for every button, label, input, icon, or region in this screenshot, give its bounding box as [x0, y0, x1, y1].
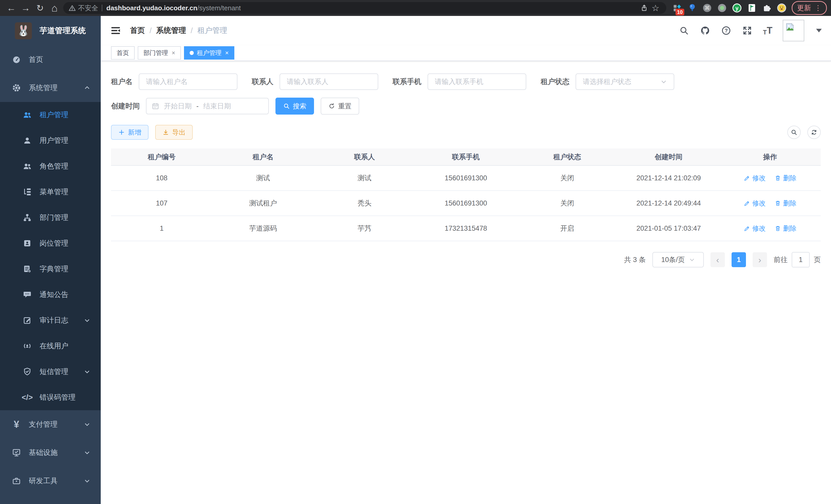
edit-pencil-icon: [744, 225, 750, 232]
edit-button[interactable]: 修改: [744, 199, 766, 208]
sidebar-item-dev-tools[interactable]: 研发工具: [0, 467, 101, 495]
sidebar-item-home[interactable]: 首页: [0, 46, 101, 74]
reset-button[interactable]: 重置: [321, 98, 359, 115]
help-icon[interactable]: ?: [721, 25, 732, 36]
start-date-placeholder: 开始日期: [164, 101, 192, 111]
close-icon[interactable]: ×: [225, 49, 229, 57]
next-page-button[interactable]: ›: [753, 252, 767, 267]
toggle-search-button[interactable]: [787, 126, 801, 139]
extension-command-icon[interactable]: ⌘: [700, 0, 715, 16]
fullscreen-icon[interactable]: [742, 25, 753, 36]
export-button[interactable]: 导出: [155, 125, 193, 140]
extension-badge: 10: [676, 9, 684, 16]
extension-balloon-icon[interactable]: [685, 0, 700, 16]
table-row: 108 测试 测试 15601691300 关闭 2021-12-14 21:0…: [111, 166, 821, 190]
tab-label: 租户管理: [197, 49, 222, 57]
tenant-name-field[interactable]: [146, 78, 230, 86]
filter-mobile: 联系手机: [393, 73, 526, 90]
sidebar-item-dept[interactable]: 部门管理: [0, 205, 101, 230]
contact-field[interactable]: [287, 78, 371, 86]
tenant-name-input[interactable]: [139, 73, 237, 90]
sidebar-item-label: 字典管理: [39, 264, 68, 274]
sidebar-item-infrastructure[interactable]: 基础设施: [0, 439, 101, 467]
sidebar-item-label: 用户管理: [39, 136, 68, 145]
sidebar-logo[interactable]: 🐰 芋道管理系统: [0, 16, 101, 46]
extension-capture-icon[interactable]: 10: [670, 0, 685, 16]
omnibox-divider: [102, 5, 102, 11]
cell-created: 2021-01-05 17:03:47: [618, 216, 719, 241]
bookmark-star-icon[interactable]: ☆: [650, 2, 661, 13]
sidebar-item-label: 角色管理: [39, 161, 68, 171]
avatar-dropdown-caret[interactable]: [816, 29, 822, 32]
breadcrumb-home[interactable]: 首页: [130, 25, 145, 36]
add-button[interactable]: 新增: [111, 125, 148, 140]
browser-menu-icon[interactable]: ⋮: [814, 4, 822, 12]
breadcrumb-separator: /: [149, 26, 152, 35]
address-bar[interactable]: 不安全 dashboard.yudao.iocoder.cn /system/t…: [63, 2, 666, 14]
contact-input[interactable]: [280, 73, 378, 90]
sidebar-collapse-icon[interactable]: [110, 25, 121, 36]
search-button[interactable]: 搜索: [276, 98, 314, 115]
extension-y-icon[interactable]: y: [729, 0, 744, 16]
font-size-icon[interactable]: TT: [763, 25, 772, 36]
cell-mobile: 15601691300: [415, 190, 517, 216]
org-chart-icon: [22, 212, 32, 223]
tab-tenant[interactable]: 租户管理 ×: [184, 46, 234, 60]
chevron-down-icon: [84, 449, 90, 456]
browser-home-icon[interactable]: ⌂: [47, 0, 62, 16]
share-icon[interactable]: [638, 2, 650, 13]
page-size-select[interactable]: 10条/页: [652, 252, 704, 267]
delete-button[interactable]: 删除: [774, 224, 797, 233]
page-topbar: 首页 / 系统管理 / 租户管理 ?: [101, 16, 831, 45]
cell-tenant-name: 芋道源码: [212, 216, 314, 241]
edit-button[interactable]: 修改: [744, 224, 766, 233]
security-label[interactable]: 不安全: [78, 4, 98, 12]
sidebar-item-notice[interactable]: 通知公告: [0, 282, 101, 307]
roles-icon: [22, 161, 32, 171]
prev-page-button[interactable]: ‹: [711, 252, 725, 267]
breadcrumb-system[interactable]: 系统管理: [156, 25, 186, 36]
mobile-field[interactable]: [435, 78, 519, 86]
edit-pencil-icon: [744, 175, 750, 181]
mobile-input[interactable]: [428, 73, 526, 90]
browser-update-button[interactable]: 更新 ⋮: [792, 1, 827, 15]
extension-flag-icon[interactable]: [744, 0, 759, 16]
edit-button[interactable]: 修改: [744, 174, 766, 183]
delete-label: 删除: [783, 174, 797, 183]
browser-reload-icon[interactable]: ↻: [33, 0, 47, 16]
browser-back-icon[interactable]: ←: [4, 0, 19, 16]
sidebar-item-tenant[interactable]: 租户管理: [0, 102, 101, 128]
sidebar-item-menu[interactable]: 菜单管理: [0, 179, 101, 205]
page-number-1[interactable]: 1: [732, 252, 746, 267]
cell-tenant-name: 测试: [212, 166, 314, 190]
close-icon[interactable]: ×: [172, 49, 175, 57]
sidebar-item-payment[interactable]: ¥ 支付管理: [0, 410, 101, 439]
user-avatar[interactable]: [783, 20, 804, 41]
sidebar-item-post[interactable]: 岗位管理: [0, 230, 101, 256]
date-range-picker[interactable]: 开始日期 - 结束日期: [146, 98, 269, 114]
sidebar-item-sms[interactable]: 短信管理: [0, 359, 101, 385]
sidebar-item-role[interactable]: 角色管理: [0, 153, 101, 179]
tab-dept[interactable]: 部门管理 ×: [138, 46, 181, 60]
sidebar-item-audit-log[interactable]: 审计日志: [0, 307, 101, 333]
sidebar-item-online-users[interactable]: 在线用户: [0, 333, 101, 359]
delete-button[interactable]: 删除: [774, 174, 797, 183]
extension-recorder-icon[interactable]: [715, 0, 729, 16]
refresh-table-button[interactable]: [807, 126, 821, 139]
tab-home[interactable]: 首页: [111, 46, 135, 60]
sidebar-item-system[interactable]: 系统管理: [0, 74, 101, 102]
tab-label: 首页: [117, 49, 129, 57]
filter-status: 租户状态 请选择租户状态: [541, 73, 674, 90]
github-icon[interactable]: [700, 25, 711, 36]
status-select[interactable]: 请选择租户状态: [576, 73, 674, 90]
goto-page-input[interactable]: [792, 252, 810, 267]
delete-button[interactable]: 删除: [774, 199, 797, 208]
header-search-icon[interactable]: [679, 25, 689, 36]
sidebar-item-dict[interactable]: 字典管理: [0, 256, 101, 282]
table-row: 1 芋道源码 芋艿 17321315478 开启 2021-01-05 17:0…: [111, 216, 821, 241]
profile-avatar-icon[interactable]: [774, 0, 789, 16]
extensions-puzzle-icon[interactable]: [759, 0, 774, 16]
browser-forward-icon[interactable]: →: [19, 0, 33, 16]
sidebar-item-error-code[interactable]: </> 错误码管理: [0, 385, 101, 410]
sidebar-item-user[interactable]: 用户管理: [0, 128, 101, 153]
